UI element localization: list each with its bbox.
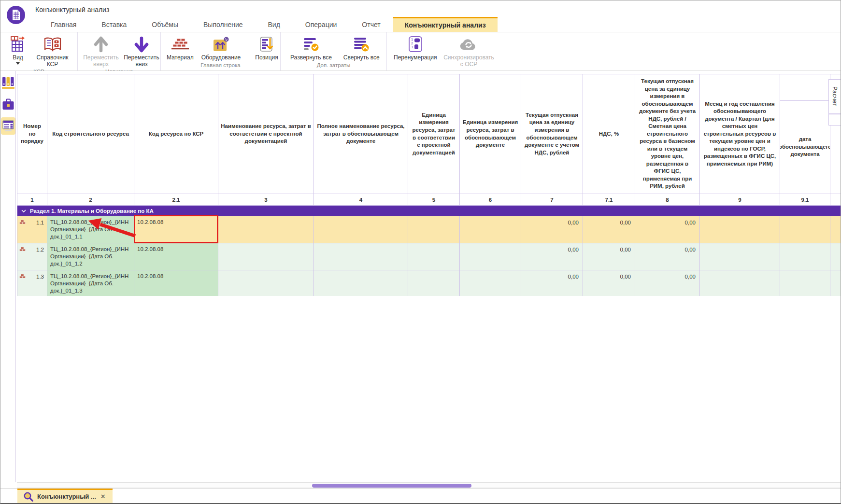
equipment-button[interactable]: Оборудование <box>200 34 243 62</box>
col-header[interactable]: Текущая отпускная цена за единицу измере… <box>521 74 583 194</box>
close-icon[interactable]: ✕ <box>100 493 107 500</box>
material-button[interactable]: Материал <box>165 34 196 62</box>
tab-glavnaya[interactable]: Главная <box>38 17 89 32</box>
col-number[interactable]: 7.1 <box>583 194 635 206</box>
ksr-code-cell[interactable]: 10.2.08.08 <box>134 270 218 296</box>
table-row[interactable]: 1.2 ТЦ_10.2.08.08_{Регион}_{ИНН Организа… <box>17 243 841 270</box>
col-number[interactable] <box>830 194 841 206</box>
row-number-cell[interactable]: 1.3 <box>17 270 47 296</box>
row-number-cell[interactable]: 1.1 <box>17 216 47 243</box>
col-number[interactable]: 2.1 <box>134 194 218 206</box>
col-number[interactable]: 6 <box>460 194 521 206</box>
tab-konyunkturnyi-analiz[interactable]: Конъюнктурный анализ <box>393 17 498 32</box>
col-header[interactable]: Текущая отпускная цена за единицу измере… <box>635 74 700 194</box>
col-number[interactable]: 7 <box>521 194 583 206</box>
cell[interactable] <box>314 243 408 270</box>
col-header[interactable]: НДС, % <box>583 74 635 194</box>
bottom-tab-bar: Конъюнктурный ... ✕ <box>0 488 841 503</box>
cell[interactable] <box>460 216 521 243</box>
col-number[interactable]: 9.1 <box>780 194 830 206</box>
sync-osr-button[interactable]: Синхронизировать с ОСР <box>442 34 496 69</box>
cell[interactable] <box>460 270 521 296</box>
col-number[interactable]: 3 <box>218 194 314 206</box>
vat-cell[interactable]: 0,00 <box>583 270 635 296</box>
col-number[interactable]: 8 <box>635 194 700 206</box>
ksr-handbook-button[interactable]: Справочник КСР <box>30 34 74 69</box>
table-view-button[interactable] <box>1 117 15 135</box>
cell[interactable] <box>314 270 408 296</box>
tab-vypolnenie[interactable]: Выполнение <box>191 17 255 32</box>
col-header[interactable]: Код строительного ресурса <box>47 74 134 194</box>
cell[interactable] <box>218 270 314 296</box>
price-with-vat-cell[interactable]: 0,00 <box>521 216 583 243</box>
table-row[interactable]: 1.1 ТЦ_10.2.08.08_{Регион}_{ИНН Организа… <box>17 216 841 243</box>
horizontal-scrollbar-thumb[interactable] <box>312 484 471 488</box>
ksr-code-cell[interactable]: 10.2.08.08 <box>134 243 218 270</box>
col-header[interactable]: Наименование ресурса, затрат в соответст… <box>218 74 314 194</box>
calc-panel-tab[interactable]: Расчет <box>828 79 841 114</box>
col-header[interactable]: Код ресурса по КСР <box>134 74 218 194</box>
resource-code-cell[interactable]: ТЦ_10.2.08.08_{Регион}_{ИНН Организации}… <box>47 243 134 270</box>
cell[interactable] <box>780 270 830 296</box>
cell[interactable] <box>700 243 780 270</box>
cell[interactable] <box>314 216 408 243</box>
cell[interactable] <box>408 270 460 296</box>
cell[interactable] <box>830 216 841 243</box>
table-row[interactable]: 1.3 ТЦ_10.2.08.08_{Регион}_{ИНН Организа… <box>17 270 841 296</box>
expand-all-button[interactable]: Развернуть все <box>288 34 334 62</box>
cell[interactable] <box>460 243 521 270</box>
document-tab[interactable]: Конъюнктурный ... ✕ <box>17 489 113 503</box>
cell[interactable] <box>830 243 841 270</box>
row-number-cell[interactable]: 1.2 <box>17 243 47 270</box>
cell[interactable] <box>780 243 830 270</box>
cell[interactable] <box>218 243 314 270</box>
price-with-vat-cell[interactable]: 0,00 <box>521 270 583 296</box>
price-no-vat-cell[interactable]: 0,00 <box>635 270 700 296</box>
tab-vid[interactable]: Вид <box>256 17 293 32</box>
tab-obyomy[interactable]: Объёмы <box>139 17 191 32</box>
col-number[interactable]: 2 <box>47 194 134 206</box>
vat-cell[interactable]: 0,00 <box>583 243 635 270</box>
cell[interactable] <box>830 270 841 296</box>
move-down-button[interactable]: Переместить вниз <box>122 34 161 69</box>
expand-all-label: Развернуть все <box>290 54 332 61</box>
cell[interactable] <box>408 216 460 243</box>
col-header[interactable]: Номер по порядку <box>17 74 47 194</box>
resource-code-cell[interactable]: ТЦ_10.2.08.08_{Регион}_{ИНН Организации}… <box>47 216 134 243</box>
tab-otchet[interactable]: Отчет <box>349 17 393 32</box>
view-button[interactable]: Вид <box>7 34 29 66</box>
cell[interactable] <box>218 216 314 243</box>
app-window: Конъюнктурный анализ Главная Вставка Объ… <box>0 0 841 504</box>
position-button[interactable]: Позиция <box>253 34 280 62</box>
col-number[interactable]: 5 <box>408 194 460 206</box>
sync-osr-label: Синхронизировать с ОСР <box>443 54 494 68</box>
ksr-code-cell[interactable]: 10.2.08.08 <box>134 216 218 243</box>
price-no-vat-cell[interactable]: 0,00 <box>635 216 700 243</box>
col-header[interactable]: дата обосновывающего документа <box>780 74 830 194</box>
tab-vstavka[interactable]: Вставка <box>89 17 139 32</box>
cell[interactable] <box>780 216 830 243</box>
move-up-button[interactable]: Переместить вверх <box>82 34 120 69</box>
binders-view-button[interactable] <box>1 75 15 92</box>
col-number[interactable]: 1 <box>17 194 47 206</box>
row-number: 1.3 <box>36 273 44 280</box>
renumber-button[interactable]: 1 2 3 Перенумерация <box>392 34 439 62</box>
price-no-vat-cell[interactable]: 0,00 <box>635 243 700 270</box>
col-number[interactable]: 9 <box>700 194 780 206</box>
col-number[interactable]: 4 <box>314 194 408 206</box>
collapse-all-button[interactable]: Свернуть все <box>342 34 382 62</box>
col-header[interactable]: Месяц и год составления обосновывающего … <box>700 74 780 194</box>
resource-code-cell[interactable]: ТЦ_10.2.08.08_{Регион}_{ИНН Организации}… <box>47 270 134 296</box>
tab-operacii[interactable]: Операции <box>293 17 350 32</box>
briefcase-view-button[interactable] <box>1 96 15 113</box>
horizontal-scrollbar[interactable] <box>17 482 841 488</box>
vat-cell[interactable]: 0,00 <box>583 216 635 243</box>
cell[interactable] <box>700 270 780 296</box>
section-header-row[interactable]: Раздел 1. Материалы и Оборудование по КА <box>17 206 841 216</box>
col-header[interactable]: Единица измерения ресурса, затрат в соот… <box>408 74 460 194</box>
col-header[interactable]: Единица измерения ресурса, затрат в обос… <box>460 74 521 194</box>
col-header[interactable]: Полное наименование ресурса, затрат в об… <box>314 74 408 194</box>
cell[interactable] <box>700 216 780 243</box>
cell[interactable] <box>408 243 460 270</box>
price-with-vat-cell[interactable]: 0,00 <box>521 243 583 270</box>
